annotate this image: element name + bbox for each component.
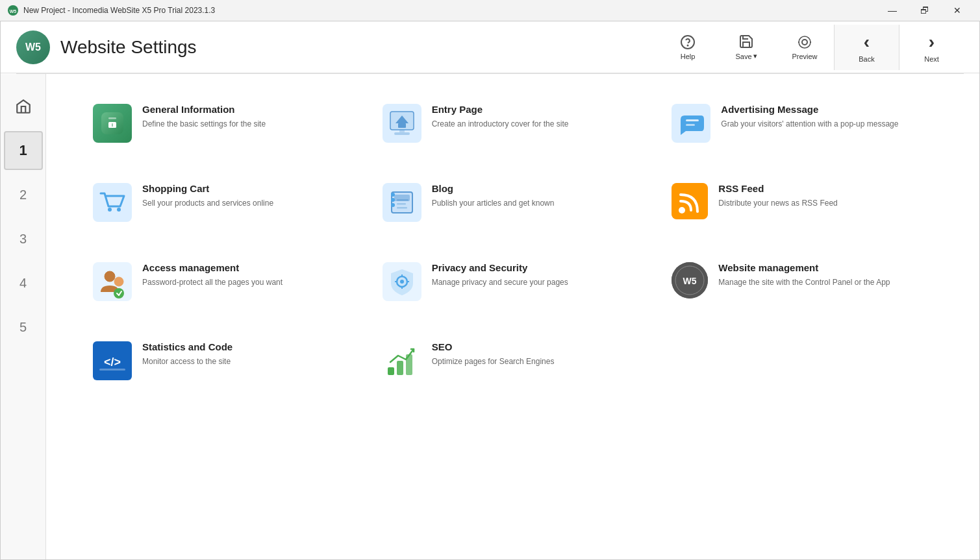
setting-desc-entry-page: Create an introductory cover for the sit…: [432, 119, 569, 130]
svg-rect-18: [686, 119, 699, 121]
minimize-button[interactable]: —: [877, 0, 907, 21]
help-button[interactable]: Help: [659, 25, 717, 70]
setting-desc-advertising-message: Grab your visitors' attention with a pop…: [721, 119, 898, 130]
maximize-button[interactable]: 🗗: [910, 0, 940, 21]
svg-point-4: [802, 40, 807, 45]
setting-item-privacy-and-security[interactable]: Privacy and Security Manage privacy and …: [375, 252, 651, 311]
setting-item-access-management[interactable]: Access management Password-protect all t…: [85, 252, 362, 311]
step2-label: 2: [19, 188, 27, 202]
setting-text-access-management: Access management Password-protect all t…: [142, 262, 283, 288]
app-logo: W5: [16, 30, 50, 64]
setting-title-general-information: General Information: [142, 104, 266, 115]
entry-page-icon: [383, 104, 421, 143]
setting-desc-general-information: Define the basic settings for the site: [142, 119, 266, 130]
setting-item-statistics-and-code[interactable]: </> Statistics and Code Monitor access t…: [85, 331, 362, 391]
setting-desc-seo: Optimize pages for Search Engines: [432, 356, 555, 367]
setting-title-advertising-message: Advertising Message: [721, 104, 898, 115]
setting-text-general-information: General Information Define the basic set…: [142, 104, 266, 130]
sidebar-item-step5[interactable]: 5: [4, 308, 43, 347]
setting-text-statistics-and-code: Statistics and Code Monitor access to th…: [142, 341, 232, 367]
sidebar-item-step4[interactable]: 4: [4, 263, 43, 302]
setting-item-entry-page[interactable]: Entry Page Create an introductory cover …: [375, 93, 651, 153]
step3-label: 3: [19, 232, 27, 247]
svg-point-39: [400, 280, 404, 284]
svg-rect-50: [388, 367, 394, 375]
logo-text: W5: [25, 42, 41, 53]
help-label: Help: [681, 53, 696, 60]
seo-icon: [383, 341, 421, 380]
setting-item-rss-feed[interactable]: RSS Feed Distribute your news as RSS Fee…: [664, 173, 940, 232]
sidebar-item-home[interactable]: [4, 87, 43, 126]
access-management-icon: [93, 262, 132, 301]
svg-rect-51: [397, 361, 403, 375]
setting-item-shopping-cart[interactable]: Shopping Cart Sell your products and ser…: [85, 173, 362, 232]
svg-rect-30: [397, 207, 407, 209]
app-window: W5 Website Settings Help: [0, 21, 980, 560]
svg-text:</>: </>: [104, 356, 121, 369]
next-label: Next: [924, 55, 939, 63]
svg-rect-17: [398, 123, 406, 128]
setting-desc-privacy-and-security: Manage privacy and secure your pages: [432, 277, 568, 288]
svg-point-34: [114, 277, 123, 286]
back-icon: ‹: [864, 32, 870, 53]
save-label: Save ▾: [735, 52, 757, 60]
setting-text-rss-feed: RSS Feed Distribute your news as RSS Fee…: [718, 183, 837, 209]
privacy-security-icon: [383, 262, 421, 301]
setting-desc-shopping-cart: Sell your products and services online: [142, 198, 273, 209]
header: W5 Website Settings Help: [1, 21, 979, 73]
svg-point-26: [391, 198, 395, 202]
save-button[interactable]: Save ▾: [717, 25, 775, 70]
content-area: 1 2 3 4 5: [1, 74, 979, 559]
setting-title-website-management: Website management: [718, 262, 890, 273]
help-icon: [680, 34, 696, 50]
setting-item-website-management[interactable]: W5 Website management Manage the site wi…: [664, 252, 940, 311]
svg-text:i: i: [112, 123, 113, 127]
preview-icon: [797, 34, 812, 50]
setting-item-blog[interactable]: Blog Publish your articles and get known: [375, 173, 651, 232]
setting-desc-statistics-and-code: Monitor access to the site: [142, 356, 232, 367]
setting-item-general-information[interactable]: i General Information Define the basic s…: [85, 93, 362, 153]
setting-title-entry-page: Entry Page: [432, 104, 569, 115]
svg-rect-31: [672, 183, 708, 219]
setting-text-entry-page: Entry Page Create an introductory cover …: [432, 104, 569, 130]
svg-rect-15: [399, 130, 405, 132]
main-content: i General Information Define the basic s…: [46, 74, 979, 559]
setting-item-advertising-message[interactable]: Advertising Message Grab your visitors' …: [664, 93, 940, 153]
setting-item-seo[interactable]: SEO Optimize pages for Search Engines: [375, 331, 651, 391]
title-bar: W5 New Project - Incomedia WebSite X5 Pr…: [0, 0, 980, 21]
setting-desc-website-management: Manage the site with the Control Panel o…: [718, 277, 890, 288]
sidebar-item-step2[interactable]: 2: [4, 175, 43, 214]
setting-title-access-management: Access management: [142, 262, 283, 273]
step1-label: 1: [19, 142, 27, 159]
general-information-icon: i: [93, 104, 132, 143]
back-label: Back: [859, 55, 874, 63]
sidebar: 1 2 3 4 5: [1, 74, 46, 559]
svg-point-27: [391, 203, 395, 207]
statistics-code-icon: </>: [93, 341, 132, 380]
title-bar-left: W5 New Project - Incomedia WebSite X5 Pr…: [8, 5, 215, 16]
setting-text-privacy-and-security: Privacy and Security Manage privacy and …: [432, 262, 568, 288]
setting-title-rss-feed: RSS Feed: [718, 183, 837, 194]
svg-rect-29: [397, 203, 406, 205]
close-button[interactable]: ✕: [942, 0, 972, 21]
svg-point-21: [117, 208, 121, 212]
sidebar-item-step3[interactable]: 3: [4, 219, 43, 258]
setting-text-website-management: Website management Manage the site with …: [718, 262, 890, 288]
svg-rect-28: [397, 199, 408, 201]
preview-button[interactable]: Preview: [775, 25, 834, 70]
setting-title-statistics-and-code: Statistics and Code: [142, 341, 232, 352]
setting-text-advertising-message: Advertising Message Grab your visitors' …: [721, 104, 898, 130]
settings-grid: i General Information Define the basic s…: [85, 93, 940, 391]
setting-text-seo: SEO Optimize pages for Search Engines: [432, 341, 555, 367]
setting-desc-blog: Publish your articles and get known: [432, 198, 555, 209]
back-button[interactable]: ‹ Back: [834, 25, 899, 70]
window-title: New Project - Incomedia WebSite X5 Pro T…: [23, 6, 215, 15]
sidebar-item-step1[interactable]: 1: [4, 131, 43, 170]
blog-icon: [383, 183, 421, 222]
preview-label: Preview: [792, 53, 817, 60]
header-actions: Help Save ▾: [659, 25, 964, 70]
next-button[interactable]: › Next: [899, 25, 964, 70]
setting-text-blog: Blog Publish your articles and get known: [432, 183, 555, 209]
svg-rect-14: [394, 132, 410, 135]
setting-title-privacy-and-security: Privacy and Security: [432, 262, 568, 273]
